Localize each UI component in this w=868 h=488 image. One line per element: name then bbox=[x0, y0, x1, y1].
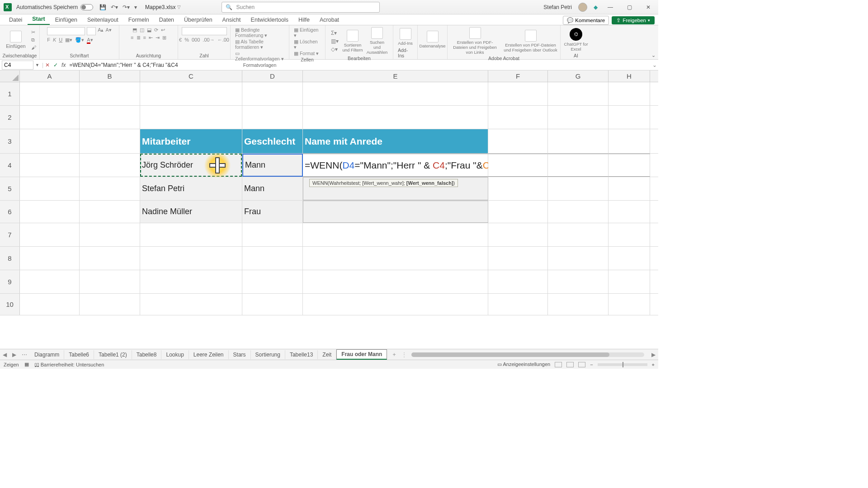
row-header-3[interactable]: 3 bbox=[0, 129, 20, 153]
col-header-H[interactable]: H bbox=[609, 70, 650, 82]
sort-filter-button[interactable]: Sortieren und Filtern bbox=[342, 30, 363, 52]
close-button[interactable]: ✕ bbox=[642, 4, 655, 10]
username[interactable]: Stefan Petri bbox=[543, 4, 572, 10]
font-size-input[interactable] bbox=[87, 27, 96, 35]
cell[interactable] bbox=[609, 270, 650, 293]
font-name-input[interactable] bbox=[47, 27, 85, 35]
cell[interactable] bbox=[20, 154, 80, 177]
horizontal-scrollbar[interactable] bbox=[411, 352, 644, 357]
sheet-nav-next-icon[interactable]: ▶ bbox=[9, 352, 19, 358]
cell[interactable] bbox=[609, 247, 650, 270]
tab-einfuegen[interactable]: Einfügen bbox=[51, 15, 82, 25]
cell[interactable] bbox=[242, 223, 303, 246]
tab-acrobat[interactable]: Acrobat bbox=[315, 15, 344, 25]
increase-font-icon[interactable]: A▴ bbox=[98, 27, 104, 35]
indent-dec-icon[interactable]: ⇤ bbox=[149, 35, 153, 41]
sheet-tab[interactable]: Tabelle1 (2) bbox=[94, 350, 132, 359]
zoom-in-icon[interactable]: + bbox=[652, 362, 655, 367]
tab-ueberpruefen[interactable]: Überprüfen bbox=[179, 15, 217, 25]
cell[interactable] bbox=[488, 106, 548, 129]
row-header-5[interactable]: 5 bbox=[0, 177, 20, 200]
qat-customize-icon[interactable]: ▾ bbox=[134, 4, 137, 10]
cell[interactable] bbox=[303, 106, 488, 129]
diamond-icon[interactable]: ◆ bbox=[594, 4, 598, 10]
cell[interactable] bbox=[609, 177, 650, 200]
view-page-break-icon[interactable] bbox=[578, 362, 585, 367]
cell[interactable] bbox=[303, 82, 488, 105]
tab-entwicklertools[interactable]: Entwicklertools bbox=[246, 15, 293, 25]
cell[interactable] bbox=[242, 106, 303, 129]
accessibility-icon[interactable]: ▦ bbox=[24, 361, 29, 367]
save-icon[interactable]: 💾 bbox=[99, 4, 106, 10]
comma-icon[interactable]: 000 bbox=[192, 37, 200, 42]
cell-C6[interactable]: Nadine Müller bbox=[140, 201, 242, 223]
col-header-D[interactable]: D bbox=[242, 70, 303, 82]
sheet-tab[interactable]: Sortierung bbox=[251, 350, 285, 359]
cell-D4[interactable]: Mann bbox=[242, 154, 303, 177]
cell[interactable] bbox=[548, 201, 609, 223]
format-as-table-button[interactable]: ▤ Als Tabelle formatieren ▾ bbox=[235, 39, 284, 50]
cell[interactable] bbox=[80, 154, 140, 177]
find-select-button[interactable]: Suchen und Auswählen bbox=[367, 27, 387, 55]
tab-formeln[interactable]: Formeln bbox=[124, 15, 154, 25]
cell[interactable] bbox=[80, 247, 140, 270]
currency-icon[interactable]: € bbox=[179, 37, 182, 42]
dec-decimal-icon[interactable]: ←.00 bbox=[217, 37, 229, 42]
col-header-C[interactable]: C bbox=[140, 70, 242, 82]
sheet-tab[interactable]: Lookup bbox=[161, 350, 189, 359]
cell[interactable] bbox=[609, 223, 650, 246]
cell[interactable] bbox=[20, 82, 80, 105]
cell[interactable] bbox=[80, 129, 140, 153]
col-header-F[interactable]: F bbox=[488, 70, 548, 82]
merge-icon[interactable]: ⊞ bbox=[162, 35, 166, 41]
cell[interactable] bbox=[548, 223, 609, 246]
cell[interactable] bbox=[20, 247, 80, 270]
number-format-select[interactable] bbox=[182, 27, 227, 35]
cells-insert-button[interactable]: ▦ Einfügen ▾ bbox=[294, 27, 321, 38]
cells-delete-button[interactable]: ▦ Löschen ▾ bbox=[294, 39, 321, 50]
row-header-2[interactable]: 2 bbox=[0, 106, 20, 129]
cell-E3[interactable]: Name mit Anrede bbox=[303, 129, 488, 153]
cell[interactable] bbox=[488, 247, 548, 270]
cell[interactable] bbox=[303, 270, 488, 293]
cell[interactable] bbox=[548, 154, 609, 177]
cell[interactable] bbox=[548, 106, 609, 129]
select-all-corner[interactable] bbox=[0, 70, 20, 82]
cell[interactable] bbox=[548, 82, 609, 105]
cell[interactable] bbox=[20, 294, 80, 315]
cell[interactable] bbox=[140, 270, 242, 293]
cell-D3[interactable]: Geschlecht bbox=[242, 129, 303, 153]
cell[interactable] bbox=[548, 294, 609, 315]
cell[interactable] bbox=[242, 294, 303, 315]
cell[interactable] bbox=[488, 223, 548, 246]
sheet-tab[interactable]: Tabelle13 bbox=[285, 350, 318, 359]
formula-input[interactable]: =WENN(D4="Mann";"Herr " & C4;"Frau "&C4 bbox=[67, 62, 651, 68]
toggle-switch-icon[interactable] bbox=[80, 4, 93, 10]
cancel-icon[interactable]: ✕ bbox=[43, 62, 52, 68]
cell[interactable] bbox=[242, 270, 303, 293]
fill-icon[interactable]: ▥▾ bbox=[331, 38, 339, 44]
cell[interactable] bbox=[548, 247, 609, 270]
cell[interactable] bbox=[609, 201, 650, 223]
cell[interactable] bbox=[80, 106, 140, 129]
sheet-tab[interactable]: Stars bbox=[229, 350, 251, 359]
sheet-tab[interactable]: Tabelle8 bbox=[132, 350, 162, 359]
acrobat-pdf-link-button[interactable]: Erstellen von PDF-Dateien und Freigeben … bbox=[450, 27, 500, 55]
undo-icon[interactable]: ↶▾ bbox=[111, 4, 118, 10]
cell[interactable] bbox=[80, 201, 140, 223]
cell[interactable] bbox=[20, 129, 80, 153]
cell[interactable] bbox=[140, 223, 242, 246]
tab-datei[interactable]: Datei bbox=[5, 15, 27, 25]
cut-icon[interactable]: ✂ bbox=[31, 29, 36, 35]
sheet-tab[interactable]: Diagramm bbox=[30, 350, 64, 359]
restore-button[interactable]: ▢ bbox=[623, 4, 636, 10]
cell[interactable] bbox=[80, 294, 140, 315]
function-tooltip[interactable]: WENN(Wahrheitstest; [Wert_wenn_wahr]; [W… bbox=[309, 179, 458, 187]
cell-D6[interactable]: Frau bbox=[242, 201, 303, 223]
row-header-1[interactable]: 1 bbox=[0, 82, 20, 105]
tab-ansicht[interactable]: Ansicht bbox=[218, 15, 245, 25]
col-header-A[interactable]: A bbox=[20, 70, 80, 82]
align-right-icon[interactable]: ≡ bbox=[143, 35, 146, 41]
addins-button[interactable]: Add-Ins bbox=[396, 28, 415, 46]
cell-D5[interactable]: Mann bbox=[242, 177, 303, 200]
